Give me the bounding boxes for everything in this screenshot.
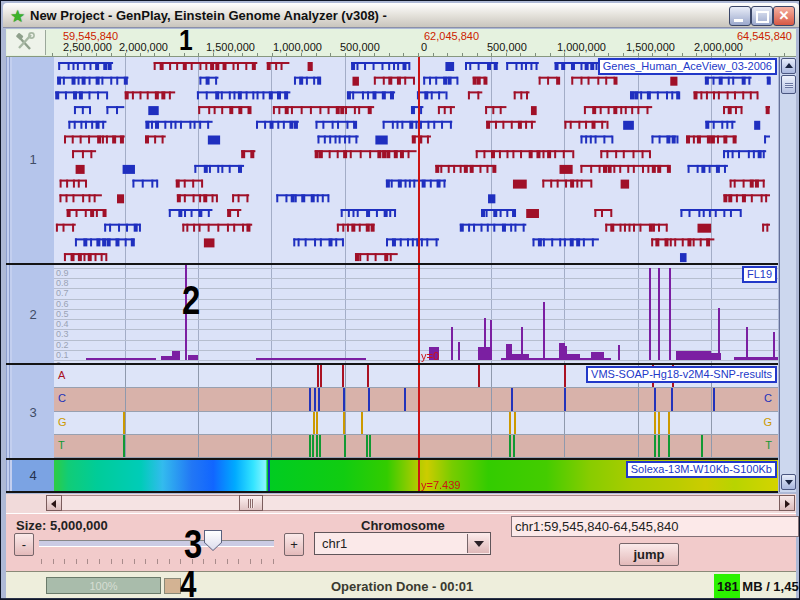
scroll-left-button[interactable]: [46, 495, 62, 511]
grid-line: [125, 388, 126, 410]
track2-handle[interactable]: 2: [6, 265, 54, 363]
track1-label[interactable]: Genes_Human_AceView_03-2006: [598, 58, 777, 75]
ruler-minor-tick: [652, 53, 653, 56]
track2-label[interactable]: FL19: [742, 266, 777, 283]
scroll-right-button[interactable]: [779, 495, 795, 511]
snp-mark: [343, 388, 345, 410]
track4-handle[interactable]: 4: [6, 460, 54, 491]
zoom-out-button[interactable]: -: [14, 533, 34, 556]
ruler-tick-label: 500,000: [487, 41, 527, 53]
grid-line: [638, 265, 639, 363]
app-star-icon: ★: [10, 6, 25, 27]
ruler-minor-tick: [213, 53, 214, 56]
snp-mark: [509, 435, 511, 457]
ruler-minor-tick: [228, 53, 229, 56]
grid-line: [638, 412, 639, 434]
slider-tick: [41, 559, 42, 564]
data-bar: [511, 354, 529, 360]
horizontal-scrollbar-track[interactable]: [46, 495, 786, 511]
minimize-icon: [734, 19, 743, 22]
vertical-scrollbar-thumb[interactable]: [781, 75, 796, 94]
data-bar: [161, 356, 172, 360]
maximize-button[interactable]: [751, 6, 773, 26]
data-bar: [734, 357, 778, 360]
snp-mark: [309, 435, 311, 457]
track3-snp-area[interactable]: AACCGGTT VMS-SOAP-Hg18-v2M4-SNP-results: [54, 365, 778, 458]
y-axis-tick-label: 0.9: [56, 268, 69, 278]
snp-mark: [701, 435, 703, 457]
ruler-tick-label: 2,000,000: [119, 41, 168, 53]
ruler-minor-tick: [477, 53, 478, 56]
slider-tick: [76, 559, 77, 564]
horizontal-scrollbar-thumb[interactable]: [239, 495, 263, 511]
snp-mark: [668, 412, 670, 434]
ruler-tick-label: 1,500,000: [626, 41, 675, 53]
vertical-scrollbar[interactable]: [779, 57, 796, 492]
ruler-minor-tick: [755, 53, 756, 56]
slider-tick: [53, 559, 54, 564]
chromosome-select[interactable]: chr1: [314, 532, 491, 555]
chromosome-label: Chromosome: [361, 518, 445, 533]
progress-stop-button[interactable]: [164, 578, 181, 594]
grid-line: [638, 435, 639, 457]
ruler-tick-label: 1,000,000: [273, 41, 322, 53]
ruler-minor-tick: [550, 53, 551, 56]
track-separator: [6, 491, 778, 493]
zoom-slider-thumb[interactable]: [204, 530, 222, 551]
ruler-minor-tick: [81, 53, 82, 56]
data-bar: [256, 358, 366, 360]
genes-canvas[interactable]: [54, 57, 778, 263]
slider-tick: [203, 559, 204, 564]
ruler-minor-tick: [52, 53, 53, 56]
snp-mark: [366, 435, 368, 457]
track1-genes-area[interactable]: Genes_Human_AceView_03-2006: [54, 57, 778, 263]
position-input[interactable]: chr1:59,545,840-64,545,840: [511, 516, 799, 537]
track1-handle[interactable]: 1: [6, 57, 54, 264]
zoom-size-label: Size: 5,000,000: [16, 518, 108, 533]
grid-line: [638, 388, 639, 410]
track2-chart-area[interactable]: 0.90.80.70.60.50.40.30.20.10 y=0 FL19: [54, 265, 778, 363]
snp-row-C: CC: [54, 388, 778, 411]
jump-button[interactable]: jump: [619, 543, 679, 566]
horizontal-scrollbar[interactable]: [6, 494, 796, 513]
grid-line: [271, 265, 272, 363]
zoom-slider-track[interactable]: [39, 540, 274, 547]
value-grid-line: [54, 360, 778, 361]
genome-ruler[interactable]: 59,545,840 62,045,840 64,545,840 2,500,0…: [6, 29, 796, 57]
track4-label[interactable]: Solexa-13M-W10Kb-S100Kb: [626, 461, 777, 478]
app-window: ★ New Project - GenPlay, Einstein Genome…: [0, 0, 800, 600]
ruler-tools-button[interactable]: [7, 30, 46, 55]
window-title: New Project - GenPlay, Einstein Genome A…: [30, 8, 387, 23]
minimize-button[interactable]: [729, 6, 751, 26]
snp-mark: [511, 388, 513, 410]
track4-heatmap-area[interactable]: y=7.439 Solexa-13M-W10Kb-S100Kb: [54, 460, 778, 491]
grid-line: [198, 435, 199, 457]
track3-handle[interactable]: 3: [6, 365, 54, 458]
data-bar: [591, 352, 604, 360]
zoom-in-button[interactable]: +: [284, 533, 304, 556]
scroll-down-button[interactable]: [781, 474, 796, 490]
nucleotide-label-left: C: [58, 392, 66, 404]
ruler-minor-tick: [140, 53, 141, 56]
arrow-left-icon: [51, 500, 56, 508]
ruler-minor-tick: [520, 53, 521, 56]
title-bar[interactable]: ★ New Project - GenPlay, Einstein Genome…: [3, 3, 799, 28]
scroll-up-button[interactable]: [781, 58, 796, 74]
ruler-minor-tick: [257, 53, 258, 56]
track2-axis-marker: y=0: [421, 350, 439, 362]
chromosome-dropdown-button[interactable]: [467, 534, 489, 553]
snp-mark: [343, 412, 345, 434]
ruler-minor-tick: [286, 53, 287, 56]
y-axis-tick-label: 0.7: [56, 288, 69, 298]
track3-label[interactable]: VMS-SOAP-Hg18-v2M4-SNP-results: [586, 366, 777, 383]
ruler-minor-tick: [374, 53, 375, 56]
data-bar: [649, 268, 651, 360]
slider-tick: [273, 559, 274, 564]
center-position-line: [418, 365, 420, 458]
chromosome-value: chr1: [322, 536, 347, 551]
snp-mark: [344, 435, 346, 457]
grid-line: [711, 265, 712, 363]
close-button[interactable]: ✕: [773, 6, 795, 26]
snp-mark: [509, 412, 511, 434]
snp-mark: [317, 365, 319, 387]
